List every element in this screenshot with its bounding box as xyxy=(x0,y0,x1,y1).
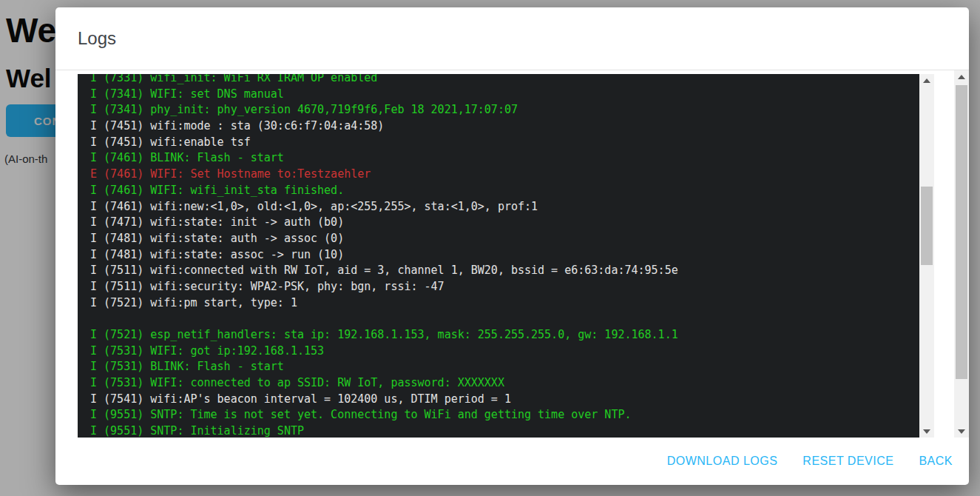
log-line: I (7341) WIFI: set DNS manual xyxy=(90,87,919,103)
arrow-up-icon xyxy=(923,78,930,83)
log-terminal: I (7331) wifi_init: WiFi RX IRAM OP enab… xyxy=(78,74,934,438)
log-line: E (7461) WIFI: Set Hostname to:Testzaehl… xyxy=(90,167,919,183)
log-line: I (7461) WIFI: wifi_init_sta finished. xyxy=(90,183,919,199)
log-line: I (7541) wifi:AP's beacon interval = 102… xyxy=(90,392,919,408)
log-output: I (7331) wifi_init: WiFi RX IRAM OP enab… xyxy=(78,74,919,438)
log-line: I (9551) SNTP: Initializing SNTP xyxy=(90,423,919,438)
arrow-up-icon xyxy=(958,75,965,79)
scroll-down-button[interactable] xyxy=(919,425,934,438)
arrow-down-icon xyxy=(923,429,930,434)
log-line: I (7511) wifi:connected with RW IoT, aid… xyxy=(90,263,919,279)
dialog-header: Logs xyxy=(55,7,969,70)
dialog-footer: DOWNLOAD LOGS RESET DEVICE BACK xyxy=(55,438,969,485)
log-line xyxy=(90,311,919,327)
log-line: I (7341) phy_init: phy_version 4670,719f… xyxy=(90,102,919,118)
log-line: I (7481) wifi:state: assoc -> run (10) xyxy=(90,247,919,264)
dialog-title: Logs xyxy=(78,28,116,49)
scroll-up-button[interactable] xyxy=(919,74,934,87)
log-line: I (7451) wifi:enable tsf xyxy=(90,135,919,151)
log-line: I (7451) wifi:mode : sta (30:c6:f7:04:a4… xyxy=(90,118,919,135)
log-line: I (7481) wifi:state: auth -> assoc (0) xyxy=(90,231,919,247)
reset-device-button[interactable]: RESET DEVICE xyxy=(802,455,893,468)
dialog-scroll-up-button[interactable] xyxy=(954,70,969,83)
terminal-scrollbar[interactable] xyxy=(919,74,934,438)
dialog-scrollbar-thumb[interactable] xyxy=(956,85,967,379)
log-line: I (7461) BLINK: Flash - start xyxy=(90,150,919,167)
log-line: I (7531) WIFI: connected to ap SSID: RW … xyxy=(90,375,919,392)
arrow-down-icon xyxy=(958,429,965,434)
terminal-scrollbar-thumb[interactable] xyxy=(921,187,933,265)
dialog-body: I (7331) wifi_init: WiFi RX IRAM OP enab… xyxy=(55,70,969,438)
logs-dialog: Logs I (7331) wifi_init: WiFi RX IRAM OP… xyxy=(55,7,969,485)
dialog-scrollbar[interactable] xyxy=(954,70,969,438)
log-line: I (9551) SNTP: Time is not set yet. Conn… xyxy=(90,407,919,423)
screen: We Wel CON (AI-on-th Logs I (7331) wifi_… xyxy=(0,0,980,496)
log-line: I (7521) wifi:pm start, type: 1 xyxy=(90,295,919,312)
download-logs-button[interactable]: DOWNLOAD LOGS xyxy=(667,455,778,468)
log-line: I (7531) BLINK: Flash - start xyxy=(90,359,919,375)
log-line: I (7531) WIFI: got ip:192.168.1.153 xyxy=(90,343,919,360)
log-line: I (7521) esp_netif_handlers: sta ip: 192… xyxy=(90,327,919,343)
log-lines-container: I (7331) wifi_init: WiFi RX IRAM OP enab… xyxy=(90,74,919,438)
log-line: I (7471) wifi:state: init -> auth (b0) xyxy=(90,215,919,231)
back-button[interactable]: BACK xyxy=(919,455,953,468)
dialog-scroll-down-button[interactable] xyxy=(954,425,969,438)
log-line: I (7461) wifi:new:<1,0>, old:<1,0>, ap:<… xyxy=(90,199,919,215)
log-line: I (7331) wifi_init: WiFi RX IRAM OP enab… xyxy=(90,74,919,87)
log-line: I (7511) wifi:security: WPA2-PSK, phy: b… xyxy=(90,279,919,295)
